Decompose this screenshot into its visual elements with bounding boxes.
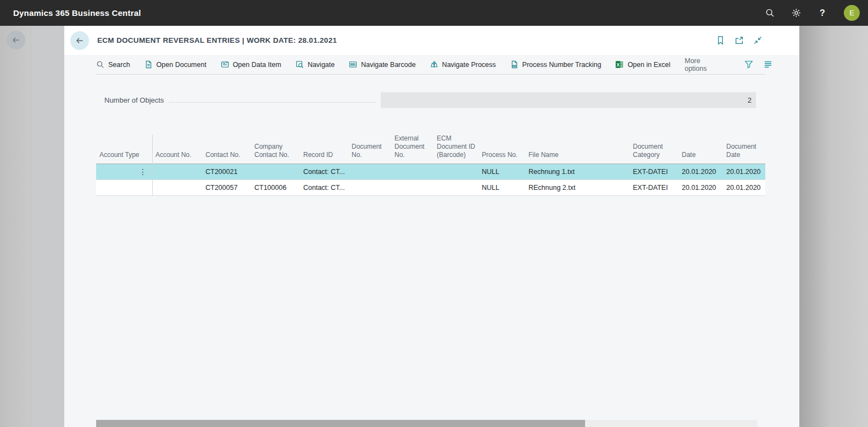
toolbar-item-label: Navigate Barcode xyxy=(361,61,415,69)
cell-external-document-no[interactable] xyxy=(391,180,433,195)
process-tracking-icon xyxy=(510,60,519,69)
toolbar-item-process-number-tracking[interactable]: Process Number Tracking xyxy=(510,60,602,69)
column-header-record-id[interactable]: Record ID xyxy=(300,151,348,159)
app-title: Dynamics 365 Business Central xyxy=(13,8,141,18)
toolbar-item-label: Open in Excel xyxy=(627,61,670,69)
frozen-column-divider xyxy=(152,134,153,196)
open-in-window-icon[interactable] xyxy=(733,35,744,46)
cell-company-contact-no[interactable]: CT100006 xyxy=(251,180,300,195)
number-of-objects-row: Number of Objects 2 xyxy=(64,92,799,108)
column-header-document-category[interactable]: Document Category xyxy=(630,143,678,159)
user-avatar[interactable]: E xyxy=(844,5,860,21)
list-view-icon[interactable] xyxy=(764,60,774,70)
cell-document-date[interactable]: 20.01.2020 xyxy=(723,180,765,195)
page-title: ECM DOCUMENT REVERSAL ENTRIES | WORK DAT… xyxy=(97,36,337,44)
cell-process-no[interactable]: NULL xyxy=(478,164,525,179)
toolbar-item-navigate-process[interactable]: Navigate Process xyxy=(430,60,496,69)
navigate-process-icon xyxy=(430,60,438,69)
toolbar-item-label: Navigate Process xyxy=(442,61,496,69)
cell-account-no[interactable] xyxy=(152,164,202,179)
number-of-objects-label: Number of Objects xyxy=(104,96,164,104)
action-bar: SearchOpen DocumentOpen Data ItemNavigat… xyxy=(64,55,799,74)
column-header-document-date[interactable]: Document Date xyxy=(723,143,765,159)
column-header-ecm-document-id-barcode[interactable]: ECM Document ID (Barcode) xyxy=(433,134,478,159)
number-of-objects-field[interactable]: 2 xyxy=(381,92,756,108)
gear-icon[interactable] xyxy=(791,8,801,18)
page-header: ECM DOCUMENT REVERSAL ENTRIES | WORK DAT… xyxy=(64,26,799,55)
page-content: SearchOpen DocumentOpen Data ItemNavigat… xyxy=(64,55,799,427)
back-button[interactable] xyxy=(70,31,89,50)
action-bar-divider xyxy=(96,74,765,75)
toolbar-item-label: Open Data Item xyxy=(233,61,281,69)
toolbar-item-open-data-item[interactable]: Open Data Item xyxy=(221,60,281,69)
cell-account-type[interactable]: ⋮ xyxy=(96,164,152,179)
cell-process-no[interactable]: NULL xyxy=(478,180,525,195)
column-header-company-contact-no[interactable]: Company Contact No. xyxy=(251,143,300,159)
cell-document-no[interactable] xyxy=(348,164,391,179)
barcode-icon xyxy=(349,60,357,69)
horizontal-scrollbar-thumb[interactable] xyxy=(96,420,585,427)
table-body: ⋮CT200021Contact: CT...NULLRechnung 1.tx… xyxy=(96,164,765,196)
page-header-icons xyxy=(715,35,799,46)
column-header-document-no[interactable]: Document No. xyxy=(348,143,391,159)
cell-ecm-document-id-barcode[interactable] xyxy=(433,180,478,195)
toolbar-item-label: Open Document xyxy=(157,61,207,69)
column-header-external-document-no[interactable]: External Document No. xyxy=(391,134,433,159)
table-row[interactable]: ⋮CT200021Contact: CT...NULLRechnung 1.tx… xyxy=(96,164,765,180)
cell-account-type[interactable] xyxy=(96,180,152,195)
toolbar-item-navigate[interactable]: Navigate xyxy=(296,60,335,69)
toolbar-item-navigate-barcode[interactable]: Navigate Barcode xyxy=(349,60,415,69)
collapse-icon[interactable] xyxy=(752,35,763,46)
page-panel: ECM DOCUMENT REVERSAL ENTRIES | WORK DAT… xyxy=(64,26,799,427)
toolbar-item-label: Search xyxy=(108,61,130,69)
toolbar-item-open-in-excel[interactable]: XOpen in Excel xyxy=(615,60,670,69)
more-options-button[interactable]: More options xyxy=(685,57,706,72)
cell-company-contact-no[interactable] xyxy=(251,164,300,179)
number-of-objects-value: 2 xyxy=(748,96,752,104)
top-app-bar: Dynamics 365 Business Central ? E xyxy=(0,0,868,26)
help-icon[interactable]: ? xyxy=(817,8,827,18)
cell-contact-no[interactable]: CT200021 xyxy=(202,164,251,179)
cell-record-id[interactable]: Contact: CT... xyxy=(300,164,348,179)
cell-document-category[interactable]: EXT-DATEI xyxy=(630,180,678,195)
back-button-dimmed[interactable] xyxy=(7,31,25,49)
table-row[interactable]: CT200057CT100006Contact: CT...NULLREchnu… xyxy=(96,180,765,196)
toolbar-item-open-document[interactable]: Open Document xyxy=(144,60,207,69)
open-data-item-icon xyxy=(221,60,229,69)
entries-table: Account TypeAccount No.Contact No.Compan… xyxy=(96,134,765,196)
column-header-date[interactable]: Date xyxy=(678,151,723,159)
cell-contact-no[interactable]: CT200057 xyxy=(202,180,251,195)
column-header-account-no[interactable]: Account No. xyxy=(152,151,202,159)
cell-ecm-document-id-barcode[interactable] xyxy=(433,164,478,179)
cell-date[interactable]: 20.01.2020 xyxy=(678,164,723,179)
cell-date[interactable]: 20.01.2020 xyxy=(678,180,723,195)
excel-icon: X xyxy=(615,60,624,69)
cell-document-no[interactable] xyxy=(348,180,391,195)
horizontal-scrollbar[interactable] xyxy=(96,420,757,427)
cell-document-date[interactable]: 20.01.2020 xyxy=(723,164,765,179)
column-header-process-no[interactable]: Process No. xyxy=(478,151,525,159)
navigate-icon xyxy=(296,60,304,69)
cell-external-document-no[interactable] xyxy=(391,164,433,179)
dimmed-background-left xyxy=(0,26,64,427)
cell-record-id[interactable]: Contact: CT... xyxy=(300,180,348,195)
cell-file-name[interactable]: Rechnung 1.txt xyxy=(525,164,630,179)
dimmed-background-right xyxy=(799,26,868,427)
cell-document-category[interactable]: EXT-DATEI xyxy=(630,164,678,179)
filter-icon[interactable] xyxy=(744,60,754,70)
action-bar-right-icons xyxy=(744,60,774,70)
column-header-contact-no[interactable]: Contact No. xyxy=(202,151,251,159)
toolbar-item-label: Navigate xyxy=(308,61,335,69)
toolbar-item-label: Process Number Tracking xyxy=(522,61,602,69)
toolbar-item-search[interactable]: Search xyxy=(96,60,130,69)
row-options-icon[interactable]: ⋮ xyxy=(139,167,149,176)
open-document-icon xyxy=(144,60,153,69)
action-bar-items: SearchOpen DocumentOpen Data ItemNavigat… xyxy=(96,57,765,72)
bookmark-icon[interactable] xyxy=(715,35,726,46)
cell-account-no[interactable] xyxy=(152,180,202,195)
table-header-row: Account TypeAccount No.Contact No.Compan… xyxy=(96,134,765,164)
column-header-file-name[interactable]: File Name xyxy=(525,151,630,159)
search-icon[interactable] xyxy=(765,8,775,18)
column-header-account-type[interactable]: Account Type xyxy=(96,151,152,159)
cell-file-name[interactable]: REchnung 2.txt xyxy=(525,180,630,195)
